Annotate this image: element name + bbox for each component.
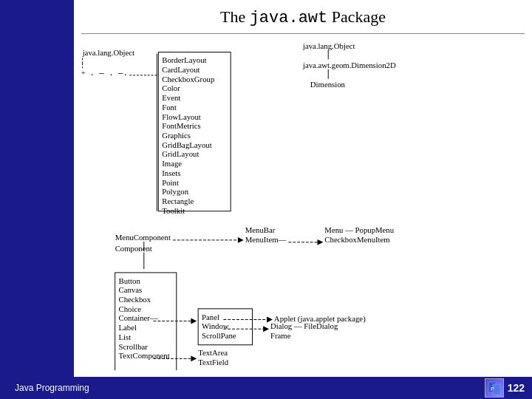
- title-mono: java.awt: [250, 9, 328, 27]
- svg-text:Dimension: Dimension: [310, 80, 346, 89]
- svg-text:Rectangle: Rectangle: [162, 197, 194, 205]
- svg-text:Menu — PopupMenu: Menu — PopupMenu: [324, 225, 394, 234]
- svg-text:java.awt.geom.Dimension2D: java.awt.geom.Dimension2D: [302, 61, 396, 69]
- svg-text:Container—: Container—: [119, 313, 158, 322]
- diagram-svg: java.lang.Object + . — . —. java.lang.Ob…: [74, 38, 532, 370]
- svg-text:Polygon: Polygon: [162, 187, 188, 196]
- main-content: The java.awt Package java.lang.Object + …: [74, 0, 532, 377]
- svg-text:MenuItem—: MenuItem—: [245, 235, 287, 244]
- svg-text:. — . —.: . — . —.: [89, 69, 128, 78]
- svg-text:GridBagLayout: GridBagLayout: [162, 140, 211, 149]
- bottom-right: P 122: [485, 378, 525, 398]
- svg-text:Canvas: Canvas: [119, 285, 143, 294]
- svg-text:BorderLayout: BorderLayout: [162, 55, 206, 64]
- svg-text:Event: Event: [162, 93, 180, 102]
- svg-text:List: List: [119, 332, 132, 341]
- svg-text:CheckboxMenuItem: CheckboxMenuItem: [324, 235, 390, 244]
- svg-text:Toolkit: Toolkit: [162, 206, 185, 215]
- svg-marker-51: [191, 318, 197, 324]
- svg-text:Panel: Panel: [202, 313, 219, 321]
- svg-text:Dialog — FileDialog: Dialog — FileDialog: [270, 321, 338, 330]
- svg-text:Button: Button: [119, 276, 141, 285]
- svg-marker-60: [263, 326, 269, 332]
- svg-text:Image: Image: [162, 159, 182, 168]
- svg-marker-35: [318, 239, 324, 245]
- svg-text:Scrollbar: Scrollbar: [119, 342, 149, 351]
- svg-text:GridLayout: GridLayout: [162, 149, 199, 158]
- svg-text:CheckboxGroup: CheckboxGroup: [162, 75, 214, 83]
- bottom-text: Java Programming: [15, 383, 89, 393]
- svg-marker-30: [238, 237, 244, 243]
- title-prefix: The: [220, 7, 250, 26]
- page-icon: P: [485, 378, 504, 398]
- svg-text:Checkbox: Checkbox: [119, 295, 151, 304]
- svg-marker-64: [191, 355, 197, 361]
- svg-text:ScrollPane: ScrollPane: [202, 331, 236, 340]
- left-sidebar: [0, 0, 74, 377]
- page-title: The java.awt Package: [74, 0, 532, 33]
- title-divider: [81, 33, 525, 34]
- svg-text:Component: Component: [115, 244, 152, 253]
- title-suffix: Package: [327, 7, 386, 26]
- svg-text:Point: Point: [162, 178, 179, 187]
- svg-text:FontMetrics: FontMetrics: [162, 121, 201, 130]
- svg-text:Choice: Choice: [119, 304, 142, 313]
- page-number: 122: [508, 382, 525, 394]
- svg-text:java.lang.Object: java.lang.Object: [302, 41, 355, 50]
- svg-text:Font: Font: [162, 103, 177, 112]
- svg-text:MenuBar: MenuBar: [245, 225, 276, 234]
- svg-text:MenuComponent: MenuComponent: [115, 233, 171, 242]
- svg-text:TextArea: TextArea: [198, 348, 228, 357]
- svg-text:Color: Color: [162, 83, 180, 92]
- svg-text:java.lang.Object: java.lang.Object: [82, 48, 134, 57]
- svg-text:Label: Label: [119, 323, 137, 332]
- svg-text:Graphics: Graphics: [162, 131, 191, 140]
- svg-text:Frame: Frame: [270, 331, 291, 340]
- svg-text:FlowLayout: FlowLayout: [162, 112, 201, 121]
- svg-text:TextField: TextField: [198, 358, 229, 366]
- svg-text:Insets: Insets: [162, 168, 180, 177]
- svg-text:P: P: [491, 386, 494, 392]
- class-diagram: java.lang.Object + . — . —. java.lang.Ob…: [74, 38, 532, 370]
- bottom-bar: Java Programming P 122: [0, 377, 532, 399]
- svg-text:CardLayout: CardLayout: [162, 65, 200, 74]
- svg-text:+: +: [81, 68, 86, 77]
